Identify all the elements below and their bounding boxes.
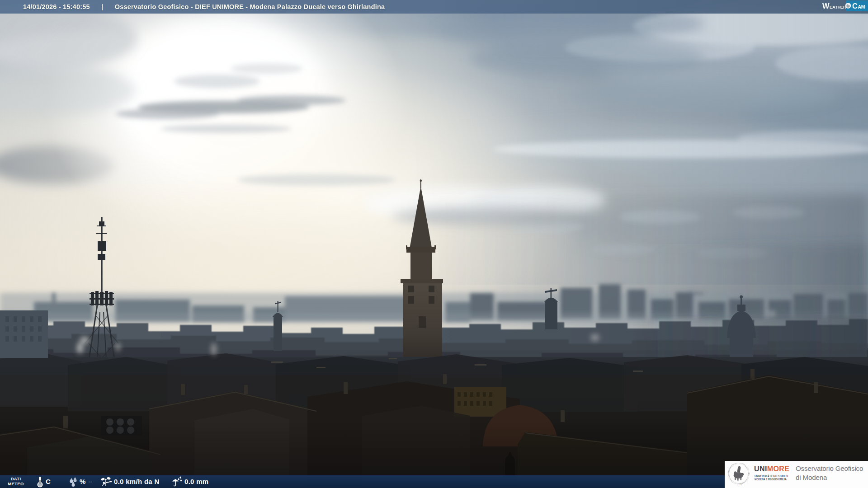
svg-text:AM: AM: [858, 4, 865, 9]
svg-text:1175: 1175: [737, 483, 742, 486]
svg-text:C: C: [852, 2, 858, 10]
svg-text:EATHER: EATHER: [830, 5, 846, 9]
svg-text:W: W: [822, 2, 830, 10]
